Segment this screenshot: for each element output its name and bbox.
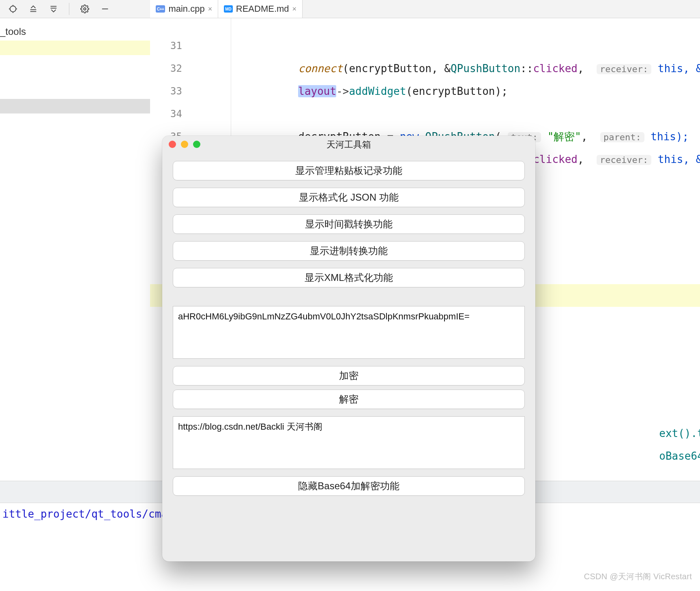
- close-icon[interactable]: ×: [292, 5, 297, 13]
- tab-readme-md[interactable]: README.md ×: [218, 0, 303, 18]
- show-clipboard-button[interactable]: 显示管理粘贴板记录功能: [173, 161, 525, 180]
- decrypt-button[interactable]: 解密: [173, 390, 525, 409]
- minimize-window-icon[interactable]: [181, 141, 188, 148]
- ide-toolbar: [0, 0, 150, 18]
- line-number: 32: [166, 57, 182, 80]
- watermark: CSDN @天河书阁 VicRestart: [584, 571, 692, 582]
- project-tree-node[interactable]: _tools: [0, 24, 30, 39]
- md-file-icon: [224, 5, 233, 13]
- encrypt-button[interactable]: 加密: [173, 366, 525, 385]
- toolbox-window: 天河工具箱 显示管理粘贴板记录功能 显示格式化 JSON 功能 显示时间戳转换功…: [162, 136, 535, 561]
- hide-base64-button[interactable]: 隐藏Base64加解密功能: [173, 476, 525, 496]
- base64-input-textarea[interactable]: [173, 306, 525, 359]
- svg-point-0: [10, 6, 16, 12]
- window-title: 天河工具箱: [326, 139, 371, 151]
- project-tree-selected-row: [0, 99, 150, 113]
- target-icon[interactable]: [8, 4, 18, 14]
- close-window-icon[interactable]: [169, 141, 176, 148]
- zoom-window-icon[interactable]: [193, 141, 200, 148]
- line-number: 33: [166, 80, 182, 103]
- line-number: 31: [166, 34, 182, 57]
- tab-label: README.md: [236, 4, 289, 14]
- titlebar[interactable]: 天河工具箱: [162, 136, 535, 154]
- collapse-all-icon[interactable]: [49, 4, 58, 14]
- cpp-file-icon: [156, 5, 165, 13]
- show-radix-button[interactable]: 显示进制转换功能: [173, 241, 525, 261]
- gear-icon[interactable]: [80, 4, 90, 14]
- toolbar-separator: [69, 3, 69, 15]
- project-tree-modified-marker: [0, 41, 150, 55]
- line-number: 34: [166, 103, 182, 125]
- show-json-button[interactable]: 显示格式化 JSON 功能: [173, 188, 525, 207]
- expand-all-icon[interactable]: [28, 4, 38, 14]
- show-timestamp-button[interactable]: 显示时间戳转换功能: [173, 214, 525, 234]
- editor-tabs: main.cpp × README.md ×: [150, 0, 700, 18]
- show-xml-button[interactable]: 显示XML格式化功能: [173, 268, 525, 287]
- tab-main-cpp[interactable]: main.cpp ×: [150, 0, 218, 18]
- base64-output-textarea[interactable]: [173, 416, 525, 469]
- minus-icon[interactable]: [100, 4, 110, 14]
- window-controls: [169, 141, 200, 148]
- tab-label: main.cpp: [168, 4, 204, 14]
- breadcrumb: ittle_project/qt_tools/cma: [2, 508, 167, 520]
- close-icon[interactable]: ×: [208, 5, 213, 13]
- svg-point-9: [84, 8, 86, 10]
